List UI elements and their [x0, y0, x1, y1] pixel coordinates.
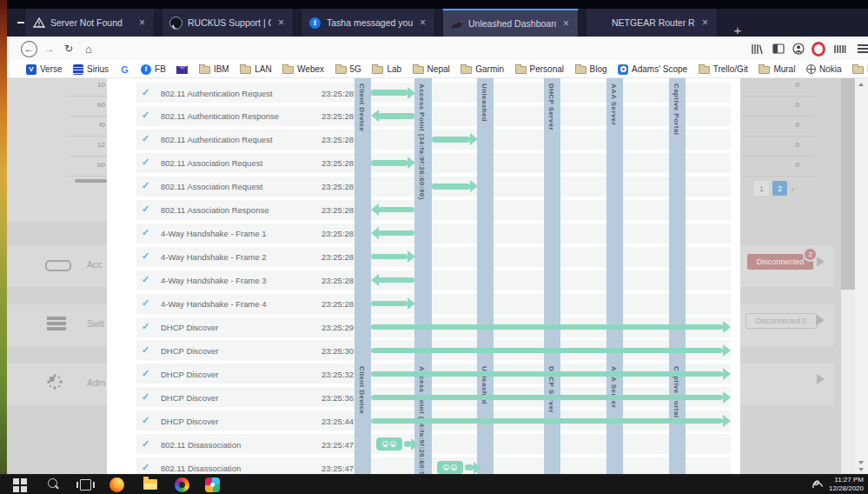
tab-tasha-messaged-you[interactable]: fTasha messaged you×: [301, 9, 435, 37]
arrow-line: [378, 230, 414, 237]
menu-hamburger-icon[interactable]: [856, 37, 868, 61]
inner-scrollbar-thumb[interactable]: [841, 78, 855, 290]
taskbar-firefox-icon[interactable]: [109, 477, 124, 491]
arrow-head-right: [723, 415, 731, 427]
event-label: 802.11 Association Request: [161, 158, 262, 168]
event-label: DHCP Discover: [161, 393, 218, 403]
event-time: 23:25:28: [295, 182, 354, 191]
arrow-line: [371, 90, 407, 96]
bookmark-adams-scope[interactable]: Adams' Scope: [618, 64, 687, 75]
scroll-up-icon[interactable]: [858, 83, 864, 86]
bookmark-nepal[interactable]: Nepal: [413, 64, 450, 74]
page-2-button-active: 2: [772, 181, 787, 196]
tab-server-not-found[interactable]: Server Not Found×: [24, 9, 155, 37]
tab-unleashed-dashboard[interactable]: Unleashed Dashboard×: [442, 9, 579, 37]
dimmed-zero-column: 00000: [740, 78, 823, 191]
inner-scrollbar-track[interactable]: [841, 290, 855, 474]
bookmark-personal[interactable]: Personal: [515, 64, 564, 74]
taskbar-task-view-icon[interactable]: [78, 477, 93, 491]
forward-button[interactable]: →: [43, 37, 56, 61]
scroll-down-icon[interactable]: [858, 468, 864, 471]
taskbar-clock[interactable]: 11:27 PM 12/28/2020: [822, 476, 864, 492]
bookmark-label: Mural: [773, 64, 795, 74]
new-tab-button[interactable]: +: [729, 23, 746, 37]
reload-button[interactable]: ↻: [62, 37, 76, 61]
ruckus-tab-icon: [450, 17, 463, 30]
lane-label: Captive Portal: [673, 83, 680, 135]
commscope-tab-icon: [169, 17, 182, 30]
back-button[interactable]: ←: [19, 37, 38, 61]
tab-close-icon[interactable]: ×: [561, 17, 571, 30]
bookmark-verse[interactable]: VVerse: [26, 64, 63, 75]
arrow-line: [378, 207, 414, 213]
dimmed-row-separator: [70, 96, 107, 97]
event-label: 802.11 Association Request: [161, 182, 262, 191]
event-check-icon: ✓: [142, 133, 149, 144]
bookmark-nokia[interactable]: Nokia: [806, 64, 842, 74]
event-label: 4-Way Handshake - Frame 3: [161, 276, 267, 285]
arrow-line: [371, 348, 723, 354]
event-status-badge: [437, 461, 463, 474]
bookmark-sirius[interactable]: Sirius: [73, 64, 109, 75]
clock-time: 11:27 PM: [822, 476, 864, 484]
library-icon[interactable]: [750, 37, 764, 61]
event-label: 802.11 Authentication Request: [161, 89, 273, 98]
bookmark-lab[interactable]: Lab: [372, 64, 401, 74]
tab-label: Unleashed Dashboard: [468, 18, 556, 29]
arrow-head-right: [407, 250, 415, 263]
arrow-line: [371, 418, 723, 424]
dimmed-zero-value: 0: [758, 101, 799, 109]
taskbar-palette-app-icon[interactable]: [175, 477, 189, 491]
tab-netgear-router-r6700v3[interactable]: NETGEAR Router R6700v3×: [586, 9, 718, 37]
taskbar-windows-ink-pen-icon[interactable]: [810, 477, 825, 491]
bookmark-google[interactable]: G: [120, 64, 130, 75]
event-check-icon: ✓: [142, 415, 149, 426]
bookmark-blog[interactable]: Blog: [575, 64, 607, 74]
taskbar-slack-icon[interactable]: [205, 477, 220, 491]
account-icon[interactable]: [792, 37, 805, 61]
bookmark-webex[interactable]: Webex: [282, 64, 324, 74]
bookmark-ibm[interactable]: IBM: [199, 64, 229, 74]
taskbar-search-icon[interactable]: [46, 477, 61, 491]
scroll-down-icon[interactable]: [858, 461, 864, 464]
dimmed-hscrollbar-thumb: [75, 179, 107, 183]
home-button[interactable]: ⌂: [82, 37, 96, 61]
arrow-line: [432, 137, 470, 143]
bookmark-trello-git[interactable]: Trello/Git: [699, 64, 748, 74]
event-check-icon: ✓: [142, 438, 149, 450]
tab-close-icon[interactable]: ×: [276, 17, 286, 29]
bookmark-garmin[interactable]: Garmin: [461, 64, 504, 74]
tab-close-icon[interactable]: ×: [700, 17, 710, 29]
taskbar-file-explorer-icon[interactable]: [142, 477, 157, 491]
bookmarks-bar: VVerseSiriusGfFBIBMLANWebex5GLabNepalGar…: [7, 61, 868, 78]
arrow-head-right: [474, 462, 481, 474]
bookmark-label: LAN: [255, 64, 271, 74]
extension-red-ring-icon[interactable]: [812, 37, 825, 61]
dimmed-zero-value: 0: [758, 161, 799, 169]
bookmark-mural[interactable]: Mural: [759, 64, 795, 74]
tab-close-icon[interactable]: ×: [137, 17, 147, 29]
bookmark-drone[interactable]: Drone: [852, 64, 868, 74]
arrow-head-right: [407, 297, 415, 310]
arrow-head-right: [411, 438, 419, 451]
tab-ruckus-support-commscope[interactable]: RUCKUS Support | CommScope×: [162, 9, 294, 37]
page-scrollbar-track[interactable]: [855, 78, 868, 474]
tab-close-icon[interactable]: ×: [418, 17, 427, 29]
bookmark-fb[interactable]: fFB: [141, 64, 166, 75]
event-check-icon: ✓: [142, 321, 149, 332]
folder-icon: [335, 66, 347, 74]
bookmark-5g[interactable]: 5G: [335, 64, 361, 74]
arrow-line: [378, 277, 414, 284]
client-troubleshooting-modal: Client DeviceClient DeviceAccess Point (…: [107, 78, 740, 474]
extension-grill-icon[interactable]: [832, 37, 847, 61]
tab-label: NETGEAR Router R6700v3: [612, 17, 695, 28]
event-label: 802.11 Authentication Request: [161, 135, 273, 144]
bookmark-lan[interactable]: LAN: [240, 64, 271, 74]
page-content: 10b0f012b0 Acc Swit Adm 00000 1 2 ›: [7, 78, 868, 474]
folder-icon: [575, 66, 586, 74]
bookmark-mail[interactable]: [176, 65, 188, 74]
tab-label: Tasha messaged you: [327, 17, 413, 28]
badge-info-icon: [382, 441, 388, 447]
taskbar-start-icon[interactable]: [12, 477, 27, 491]
sidebar-toggle-icon[interactable]: [772, 37, 785, 61]
